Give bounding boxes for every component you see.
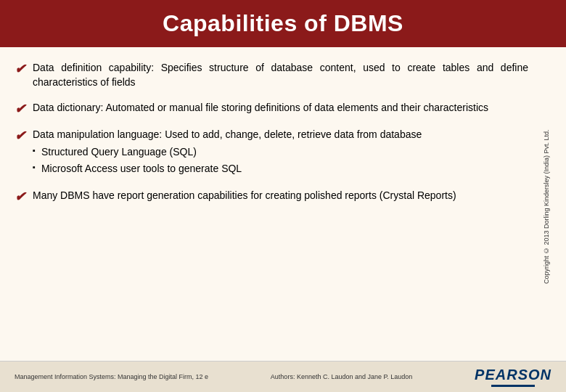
sub-bullet-square-1: ▪ (33, 146, 36, 155)
sub-bullet-text-1: Structured Query Language (SQL) (41, 144, 197, 159)
bullet-item-2: ✔ Data dictionary: Automated or manual f… (15, 100, 528, 117)
bullet-arrow-4: ✔ (15, 189, 25, 205)
pearson-logo: PEARSON (475, 367, 551, 383)
footer-center-text: Authors: Kenneth C. Laudon and Jane P. L… (271, 373, 413, 380)
bullet-arrow-3: ✔ (15, 128, 25, 144)
bullet-text-3: Data manipulation language: Used to add,… (33, 128, 422, 140)
slide-container: Capabilities of DBMS ✔ Data definition c… (0, 0, 566, 392)
bullet-3-content: Data manipulation language: Used to add,… (33, 127, 422, 179)
sub-bullets-3: ▪ Structured Query Language (SQL) ▪ Micr… (33, 144, 422, 176)
bullet-item-3: ✔ Data manipulation language: Used to ad… (15, 127, 528, 179)
main-content: ✔ Data definition capability: Specifies … (0, 47, 566, 361)
bullet-text-2: Data dictionary: Automated or manual fil… (33, 100, 488, 115)
slide-title: Capabilities of DBMS (22, 10, 544, 37)
bullet-arrow-1: ✔ (15, 61, 25, 77)
footer-left-text: Management Information Systems: Managing… (15, 373, 208, 380)
bullet-text-1: Data definition capability: Specifies st… (33, 60, 528, 90)
sub-bullet-text-2: Microsoft Access user tools to generate … (41, 161, 242, 176)
bullet-arrow-2: ✔ (15, 101, 25, 117)
bullet-item-1: ✔ Data definition capability: Specifies … (15, 60, 528, 90)
sub-bullet-item-2: ▪ Microsoft Access user tools to generat… (33, 161, 422, 176)
bullet-item-4: ✔ Many DBMS have report generation capab… (15, 188, 528, 205)
sub-bullet-square-2: ▪ (33, 163, 36, 171)
content-area: ✔ Data definition capability: Specifies … (15, 60, 541, 354)
pearson-logo-underline (491, 385, 535, 387)
bullet-text-4: Many DBMS have report generation capabil… (33, 188, 456, 203)
slide-header: Capabilities of DBMS (0, 0, 566, 47)
pearson-logo-wrapper: PEARSON (475, 367, 551, 387)
slide-footer: Management Information Systems: Managing… (0, 361, 566, 392)
sidebar-copyright: Copyright © 2013 Dorling Kindersley (Ind… (541, 60, 551, 354)
sub-bullet-item-1: ▪ Structured Query Language (SQL) (33, 144, 422, 159)
